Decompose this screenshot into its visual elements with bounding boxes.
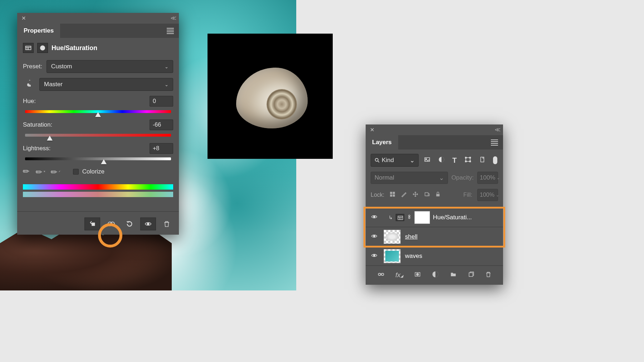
properties-panel: ✕ << Properties Hue/Saturation Preset: C… (17, 13, 179, 235)
range-dropdown[interactable]: Master ⌄ (39, 78, 173, 91)
chevron-down-icon: ⌄ (165, 82, 169, 87)
layer-shell[interactable]: shell (366, 227, 503, 246)
filter-pixel-icon[interactable] (424, 156, 431, 165)
svg-point-6 (111, 222, 114, 226)
new-adjustment-button[interactable] (432, 271, 439, 280)
shell-canvas (208, 34, 333, 159)
range-value: Master (44, 81, 63, 88)
eyedropper-subtract-icon[interactable]: ✎− (49, 165, 62, 178)
lightness-slider[interactable] (25, 157, 171, 160)
saturation-thumb[interactable] (47, 136, 53, 141)
saturation-label: Saturation: (23, 121, 52, 128)
fx-button[interactable]: fx◢ (395, 272, 403, 279)
layer-hue-saturation[interactable]: ↳ Hue/Saturati... (366, 208, 503, 227)
saturation-field[interactable] (150, 119, 173, 130)
input-spectrum[interactable] (23, 184, 173, 190)
eyedropper-add-icon[interactable]: ✎+ (34, 165, 47, 178)
properties-panel-head: ✕ << (17, 13, 179, 24)
svg-point-8 (375, 158, 378, 161)
toggle-visibility-button[interactable] (140, 217, 156, 230)
adjustment-type-icon[interactable] (23, 43, 34, 53)
layer-mask-thumb[interactable] (414, 211, 430, 224)
svg-point-7 (147, 223, 149, 225)
new-layer-button[interactable] (468, 271, 475, 279)
filter-toggle[interactable] (493, 156, 497, 164)
opacity-field[interactable]: 100%⌄ (477, 172, 498, 184)
lock-all-icon[interactable] (435, 191, 441, 199)
fill-field[interactable]: 100%⌄ (477, 189, 498, 201)
saturation-slider[interactable] (25, 134, 171, 137)
panel-menu-icon[interactable] (486, 138, 503, 147)
layers-tab[interactable]: Layers (366, 135, 398, 150)
svg-rect-40 (469, 273, 473, 277)
lock-brush-icon[interactable] (401, 191, 407, 199)
layers-tab-strip: Layers (366, 135, 503, 150)
reset-button[interactable] (122, 217, 137, 230)
layers-panel: ✕ << Layers Kind ⌄ T (366, 124, 503, 285)
clip-to-layer-button[interactable] (84, 217, 100, 230)
lightness-thumb[interactable] (101, 159, 107, 164)
layers-footer: fx◢ (366, 266, 503, 285)
layers-panel-head: ✕ << (366, 124, 503, 135)
svg-rect-22 (425, 193, 428, 196)
svg-rect-20 (390, 195, 392, 197)
svg-rect-16 (465, 161, 466, 162)
panel-menu-icon[interactable] (162, 27, 179, 35)
layer-name[interactable]: shell (405, 233, 418, 240)
mask-icon[interactable] (37, 43, 48, 53)
svg-point-38 (416, 273, 419, 275)
colorize-checkbox[interactable] (73, 169, 79, 175)
visibility-icon[interactable] (370, 213, 379, 222)
colorize-label: Colorize (82, 168, 104, 175)
spectrum-bars (23, 184, 173, 197)
blend-mode-value: Normal (375, 174, 394, 181)
chevron-down-icon: ⌄ (410, 157, 415, 164)
chevron-down-icon: ⌄ (439, 174, 444, 182)
eyedropper-icon[interactable]: ✎ (20, 166, 31, 177)
scrubby-icon[interactable] (23, 79, 35, 90)
preset-dropdown[interactable]: Custom ⌄ (47, 60, 173, 73)
lightness-label: Lightness: (23, 145, 51, 152)
close-icon[interactable]: ✕ (370, 127, 375, 133)
properties-tab[interactable]: Properties (17, 24, 60, 38)
hue-thumb[interactable] (95, 112, 101, 117)
svg-rect-17 (469, 161, 470, 162)
collapse-icon[interactable]: << (495, 126, 499, 134)
lock-artboard-icon[interactable] (424, 191, 430, 199)
properties-tab-strip: Properties (17, 24, 179, 38)
close-icon[interactable]: ✕ (21, 15, 26, 21)
hue-field[interactable] (150, 96, 173, 107)
filter-shape-icon[interactable] (464, 156, 472, 165)
link-layers-button[interactable] (377, 271, 385, 279)
collapse-icon[interactable]: << (171, 15, 175, 22)
new-group-button[interactable] (449, 271, 457, 279)
lock-position-icon[interactable] (412, 191, 419, 199)
layer-thumb[interactable] (384, 249, 401, 263)
svg-rect-18 (390, 192, 392, 194)
fill-label: Fill: (463, 192, 472, 198)
svg-rect-25 (398, 216, 402, 220)
add-mask-button[interactable] (414, 271, 421, 279)
filter-kind-dropdown[interactable]: Kind ⌄ (371, 154, 419, 167)
layer-waves[interactable]: waves (366, 246, 503, 266)
svg-rect-4 (92, 223, 95, 226)
hue-slider[interactable] (25, 110, 171, 113)
filter-adjustment-icon[interactable] (438, 156, 445, 165)
delete-button[interactable] (159, 217, 175, 230)
layer-thumb[interactable] (384, 230, 401, 244)
lock-label: Lock: (371, 192, 384, 198)
lightness-field[interactable] (150, 143, 173, 154)
lock-pixels-icon[interactable] (389, 191, 396, 199)
output-spectrum[interactable] (23, 192, 173, 197)
layer-name[interactable]: waves (405, 253, 422, 260)
filter-smart-icon[interactable] (479, 156, 486, 165)
svg-rect-23 (436, 194, 440, 196)
blend-mode-dropdown[interactable]: Normal ⌄ (371, 172, 448, 184)
preset-label: Preset: (23, 63, 42, 70)
visibility-icon[interactable] (370, 232, 379, 241)
visibility-icon[interactable] (370, 251, 379, 261)
layer-name[interactable]: Hue/Saturati... (433, 214, 472, 221)
filter-type-icon[interactable]: T (452, 156, 457, 165)
delete-layer-button[interactable] (485, 271, 492, 280)
view-previous-button[interactable] (103, 217, 119, 230)
